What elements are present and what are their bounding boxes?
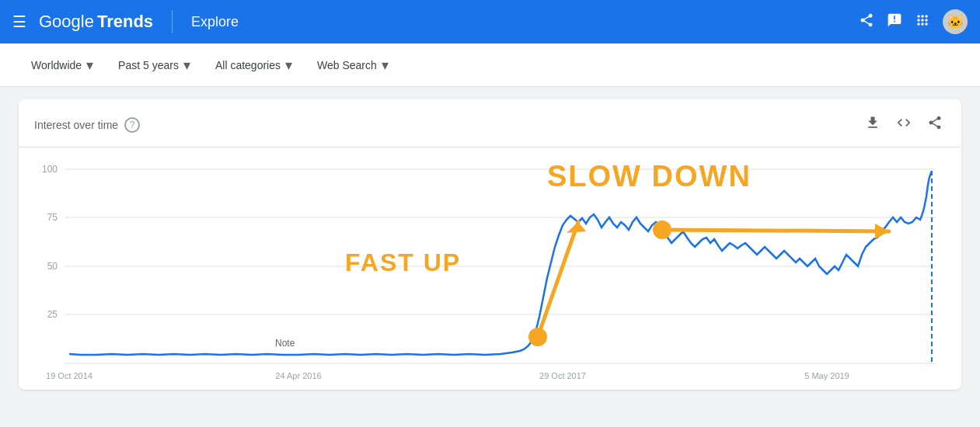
categories-dropdown-arrow: ▾: [285, 57, 292, 74]
app-header: ☰ Google Trends Explore 🐱: [0, 0, 980, 43]
svg-point-21: [653, 220, 671, 239]
chart-area: SLOW DOWN FAST UP 100 75 50 25 19 Oct 20…: [19, 148, 961, 390]
worldwide-filter[interactable]: Worldwide ▾: [19, 50, 106, 80]
search-type-label: Web Search: [317, 59, 377, 71]
svg-text:24 Apr 2016: 24 Apr 2016: [275, 371, 321, 380]
svg-text:100: 100: [42, 164, 58, 175]
chart-title-row: Interest over time ?: [34, 117, 140, 133]
categories-label: All categories: [215, 59, 281, 71]
svg-text:75: 75: [47, 212, 58, 223]
time-filter[interactable]: Past 5 years ▾: [106, 50, 203, 80]
download-icon[interactable]: [862, 112, 884, 137]
apps-icon[interactable]: [915, 12, 930, 32]
explore-label: Explore: [191, 14, 239, 30]
chart-actions: [862, 112, 946, 137]
svg-rect-0: [19, 154, 961, 387]
app-logo: Google Trends: [39, 12, 153, 32]
categories-filter[interactable]: All categories ▾: [203, 50, 305, 80]
logo-trends: Trends: [97, 12, 153, 32]
search-type-filter[interactable]: Web Search ▾: [305, 50, 401, 80]
help-icon[interactable]: ?: [124, 117, 140, 133]
worldwide-dropdown-arrow: ▾: [86, 57, 93, 74]
time-label: Past 5 years: [118, 59, 179, 71]
main-content: Interest over time ? SLOW DOWN FAST UP: [0, 87, 980, 402]
share-chart-icon[interactable]: [924, 112, 946, 137]
time-dropdown-arrow: ▾: [183, 57, 190, 74]
svg-text:19 Oct 2014: 19 Oct 2014: [46, 371, 92, 380]
chart-header: Interest over time ?: [19, 99, 961, 148]
worldwide-label: Worldwide: [31, 59, 82, 71]
share-icon[interactable]: [859, 12, 874, 32]
trend-chart: 100 75 50 25 19 Oct 2014 24 Apr 2016 29 …: [19, 154, 961, 387]
svg-point-18: [528, 328, 547, 346]
svg-text:5 May 2019: 5 May 2019: [804, 371, 849, 380]
feedback-icon[interactable]: [887, 12, 902, 32]
svg-text:29 Oct 2017: 29 Oct 2017: [539, 371, 586, 380]
header-divider: [172, 10, 173, 33]
filter-toolbar: Worldwide ▾ Past 5 years ▾ All categorie…: [0, 43, 980, 87]
embed-icon[interactable]: [893, 112, 915, 137]
header-right-actions: 🐱: [859, 9, 968, 34]
avatar[interactable]: 🐱: [943, 9, 968, 34]
chart-title: Interest over time: [34, 119, 118, 131]
logo-google: Google: [39, 12, 94, 32]
svg-line-19: [664, 230, 889, 231]
svg-text:Note: Note: [275, 338, 295, 349]
search-type-dropdown-arrow: ▾: [382, 57, 389, 74]
svg-text:25: 25: [47, 309, 58, 320]
menu-icon[interactable]: ☰: [12, 12, 26, 31]
svg-text:50: 50: [47, 261, 58, 272]
interest-over-time-card: Interest over time ? SLOW DOWN FAST UP: [19, 99, 961, 390]
